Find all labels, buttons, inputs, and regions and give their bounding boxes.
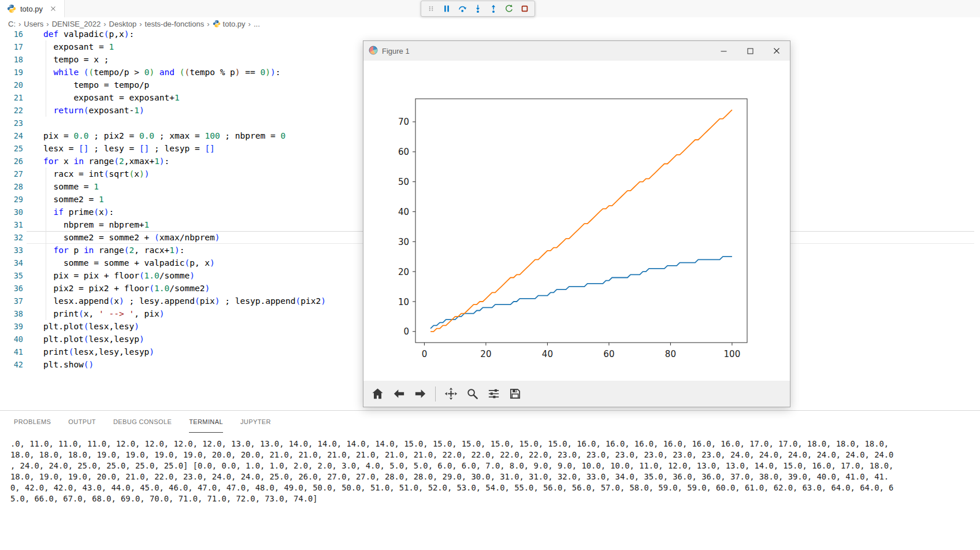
code-text: racx = int(sqrt(x)) [27, 168, 149, 180]
terminal-line: , 24.0, 24.0, 25.0, 25.0, 25.0, 25.0] [0… [10, 460, 972, 471]
line-number[interactable]: 16 [0, 30, 27, 40]
matplotlib-icon [369, 46, 378, 57]
line-number[interactable]: 37 [0, 295, 27, 307]
svg-text:40: 40 [398, 207, 409, 217]
home-icon[interactable] [369, 386, 385, 402]
line-number[interactable]: 36 [0, 282, 27, 295]
line-number[interactable]: 39 [0, 320, 27, 333]
panel-tab-output[interactable]: OUTPUT [68, 411, 96, 433]
breadcrumb-item[interactable]: Desktop [109, 20, 137, 28]
line-number[interactable]: 32 [0, 231, 27, 244]
drag-handle-icon[interactable] [424, 2, 439, 16]
code-text: print(lesx,lesy,lesyp) [27, 345, 154, 358]
pause-icon[interactable] [439, 2, 454, 16]
line-number[interactable]: 19 [0, 66, 27, 79]
svg-text:60: 60 [603, 349, 614, 359]
breadcrumb-item[interactable]: toto.py [213, 20, 246, 28]
code-text: def valpadic(p,x): [27, 30, 134, 40]
pan-icon[interactable] [443, 386, 459, 402]
line-number[interactable]: 40 [0, 333, 27, 345]
close-button[interactable] [763, 41, 790, 61]
debug-toolbar [421, 1, 535, 17]
line-number[interactable]: 17 [0, 40, 27, 53]
line-number[interactable]: 33 [0, 244, 27, 257]
line-number[interactable]: 20 [0, 79, 27, 91]
code-text: pix = pix + floor(1.0/somme) [27, 269, 195, 282]
figure-window[interactable]: Figure 1 020406080100010203040506070 [363, 40, 790, 407]
code-text: plt.plot(lesx,lesy) [27, 320, 139, 333]
line-number[interactable]: 21 [0, 91, 27, 104]
terminal-line: 18.0, 18.0, 18.0, 19.0, 19.0, 19.0, 19.0… [10, 449, 972, 460]
figure-title: Figure 1 [382, 47, 410, 55]
close-icon[interactable] [49, 5, 57, 13]
line-number[interactable]: 24 [0, 129, 27, 142]
back-icon[interactable] [391, 386, 407, 402]
line-number[interactable]: 28 [0, 180, 27, 193]
figure-toolbar [363, 381, 790, 407]
line-number[interactable]: 25 [0, 142, 27, 155]
panel-tab-problems[interactable]: PROBLEMS [14, 411, 51, 433]
toolbar-separator [435, 387, 436, 402]
code-line[interactable]: 16def valpadic(p,x): [0, 30, 980, 40]
panel-tab-jupyter[interactable]: JUPYTER [240, 411, 271, 433]
line-number[interactable]: 41 [0, 345, 27, 358]
line-number[interactable]: 22 [0, 104, 27, 117]
stop-icon[interactable] [517, 2, 532, 16]
code-text: plt.show() [27, 358, 94, 371]
breadcrumb-separator: › [16, 20, 24, 28]
panel-tab-debug-console[interactable]: DEBUG CONSOLE [113, 411, 172, 433]
line-number[interactable]: 18 [0, 53, 27, 66]
panel-tab-terminal[interactable]: TERMINAL [189, 411, 223, 433]
line-number[interactable]: 35 [0, 269, 27, 282]
breadcrumb: C:›Users›DENISE_2022›Desktop›tests-de-fo… [0, 17, 980, 30]
terminal-line: 5.0, 66.0, 67.0, 68.0, 69.0, 70.0, 71.0,… [10, 493, 972, 504]
line-chart: 020406080100010203040506070 [363, 61, 790, 382]
bottom-panel: PROBLEMSOUTPUTDEBUG CONSOLETERMINALJUPYT… [0, 410, 980, 550]
line-number[interactable]: 34 [0, 257, 27, 269]
svg-text:20: 20 [398, 267, 409, 277]
step-out-icon[interactable] [486, 2, 501, 16]
forward-icon[interactable] [412, 386, 428, 402]
terminal-line: 0, 42.0, 42.0, 43.0, 44.0, 45.0, 46.0, 4… [10, 482, 972, 493]
line-number[interactable]: 38 [0, 307, 27, 320]
code-text: for x in range(2,xmax+1): [27, 155, 169, 168]
line-number[interactable]: 30 [0, 206, 27, 218]
line-number[interactable]: 27 [0, 168, 27, 180]
breadcrumb-item[interactable]: C: [8, 20, 16, 28]
svg-text:30: 30 [398, 237, 409, 247]
breadcrumb-item[interactable]: DENISE_2022 [52, 20, 101, 28]
zoom-icon[interactable] [464, 386, 480, 402]
code-text: exposant = 1 [27, 40, 114, 53]
minimize-button[interactable] [710, 41, 737, 61]
line-number[interactable]: 23 [0, 117, 27, 129]
step-over-icon[interactable] [455, 2, 470, 16]
svg-text:10: 10 [398, 297, 409, 307]
line-number[interactable]: 42 [0, 358, 27, 371]
svg-text:50: 50 [398, 177, 409, 187]
breadcrumb-item[interactable]: Users [24, 20, 43, 28]
line-number[interactable]: 26 [0, 155, 27, 168]
restart-icon[interactable] [502, 2, 517, 16]
breadcrumb-separator: › [136, 20, 144, 28]
figure-canvas[interactable]: 020406080100010203040506070 [363, 61, 790, 382]
code-text: pix2 = pix2 + floor(1.0/somme2) [27, 282, 210, 295]
svg-text:100: 100 [724, 349, 741, 359]
svg-text:0: 0 [403, 326, 409, 337]
save-icon[interactable] [507, 386, 523, 402]
python-icon [213, 20, 221, 28]
figure-titlebar[interactable]: Figure 1 [363, 41, 790, 61]
configure-subplots-icon[interactable] [485, 386, 502, 402]
breadcrumb-item[interactable]: tests-de-fonctions [145, 20, 205, 28]
maximize-button[interactable] [737, 41, 763, 61]
tab-toto-py[interactable]: toto.py [0, 0, 65, 17]
breadcrumb-item[interactable]: ... [254, 20, 260, 28]
code-text: somme2 = 1 [27, 193, 104, 206]
terminal-line: .0, 11.0, 11.0, 11.0, 12.0, 12.0, 12.0, … [10, 438, 972, 449]
svg-text:40: 40 [542, 349, 553, 359]
code-text: somme = 1 [27, 180, 99, 193]
line-number[interactable]: 29 [0, 193, 27, 206]
terminal-output[interactable]: .0, 11.0, 11.0, 11.0, 12.0, 12.0, 12.0, … [0, 435, 980, 550]
code-text: lesx = [] ; lesy = [] ; lesyp = [] [27, 142, 215, 155]
step-into-icon[interactable] [470, 2, 485, 16]
line-number[interactable]: 31 [0, 218, 27, 231]
